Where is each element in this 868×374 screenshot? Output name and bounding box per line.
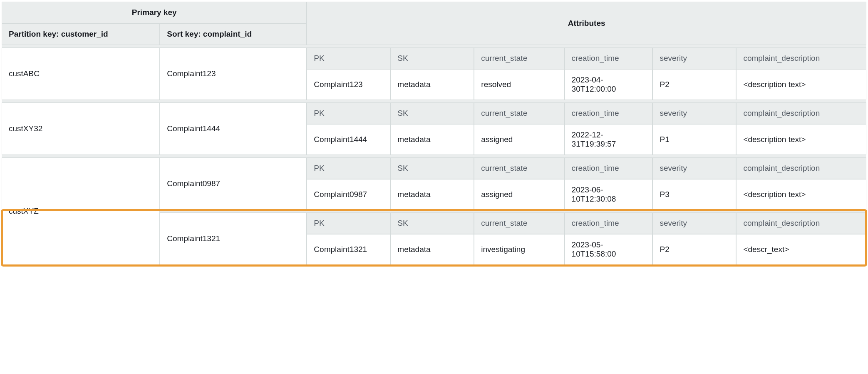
partition-key-cell: custABC <box>2 47 160 100</box>
attr-header: creation_time <box>565 102 653 124</box>
attr-value: metadata <box>390 124 474 155</box>
attr-header: SK <box>390 47 474 69</box>
header-sort-key: Sort key: complaint_id <box>160 23 307 45</box>
attr-header: current_state <box>474 47 564 69</box>
attr-header: creation_time <box>565 212 653 234</box>
attr-value: <descr_text> <box>736 234 866 265</box>
attr-value: <description text> <box>736 179 866 210</box>
attr-header: SK <box>390 212 474 234</box>
attr-header: complaint_description <box>736 102 866 124</box>
attr-header: PK <box>307 157 390 179</box>
attr-header: severity <box>652 102 736 124</box>
sort-key-cell: Complaint0987 <box>160 157 307 210</box>
attr-value: Complaint1321 <box>307 234 390 265</box>
attr-value: 2023-04-30T12:00:00 <box>565 69 653 100</box>
header-partition-key: Partition key: customer_id <box>2 23 160 45</box>
sort-key-cell: Complaint1444 <box>160 102 307 155</box>
attr-value: Complaint0987 <box>307 179 390 210</box>
attr-header: complaint_description <box>736 157 866 179</box>
attr-value: resolved <box>474 69 564 100</box>
attr-header: complaint_description <box>736 212 866 234</box>
attr-header: severity <box>652 157 736 179</box>
attr-value: P2 <box>652 69 736 100</box>
attr-header: SK <box>390 157 474 179</box>
attr-value: P1 <box>652 124 736 155</box>
attr-header: SK <box>390 102 474 124</box>
partition-key-cell: custXY32 <box>2 102 160 155</box>
attr-value: <description text> <box>736 69 866 100</box>
attr-header: current_state <box>474 102 564 124</box>
attr-value: investigating <box>474 234 564 265</box>
attr-header: PK <box>307 47 390 69</box>
attr-value: 2022-12-31T19:39:57 <box>565 124 653 155</box>
attr-header: creation_time <box>565 157 653 179</box>
dynamodb-table: Primary key Attributes Partition key: cu… <box>2 2 866 265</box>
attr-header: complaint_description <box>736 47 866 69</box>
attr-value: P3 <box>652 179 736 210</box>
attr-value: metadata <box>390 179 474 210</box>
attr-header: PK <box>307 212 390 234</box>
attr-header: current_state <box>474 157 564 179</box>
attr-value: metadata <box>390 234 474 265</box>
attr-value: Complaint123 <box>307 69 390 100</box>
sort-key-cell: Complaint1321 <box>160 212 307 265</box>
attr-value: P2 <box>652 234 736 265</box>
attr-value: 2023-05-10T15:58:00 <box>565 234 653 265</box>
attr-header: PK <box>307 102 390 124</box>
attr-header: creation_time <box>565 47 653 69</box>
attr-value: 2023-06-10T12:30:08 <box>565 179 653 210</box>
attr-value: assigned <box>474 124 564 155</box>
header-primary-key: Primary key <box>2 2 307 23</box>
attr-value: <description text> <box>736 124 866 155</box>
data-table: Primary key Attributes Partition key: cu… <box>2 2 866 265</box>
attr-value: metadata <box>390 69 474 100</box>
header-attributes: Attributes <box>307 2 866 45</box>
attr-header: severity <box>652 212 736 234</box>
sort-key-cell: Complaint123 <box>160 47 307 100</box>
partition-key-cell: custXYZ <box>2 157 160 265</box>
attr-value: Complaint1444 <box>307 124 390 155</box>
attr-header: current_state <box>474 212 564 234</box>
attr-header: severity <box>652 47 736 69</box>
attr-value: assigned <box>474 179 564 210</box>
